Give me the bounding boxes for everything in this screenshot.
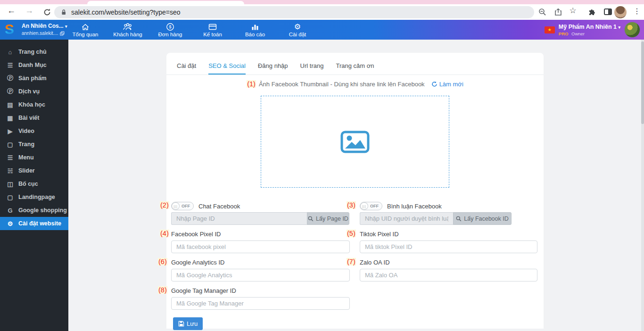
sidebar-item-label: Bài viết bbox=[18, 115, 39, 121]
page-id-input[interactable] bbox=[171, 212, 307, 225]
back-button[interactable]: ← bbox=[6, 6, 17, 16]
sidebar-item-trang[interactable]: ▢ Trang bbox=[0, 138, 68, 151]
sidebar-item-label: Sản phẩm bbox=[18, 75, 47, 82]
nav-don-hang[interactable]: $ Đơn hàng bbox=[156, 23, 185, 37]
sidebar-item-trang-chu[interactable]: ⌂ Trang chủ bbox=[0, 45, 68, 58]
content-area: Cài đặt SEO & Social Đăng nhập Url trang… bbox=[68, 40, 644, 331]
scrollbar-thumb[interactable] bbox=[641, 41, 644, 124]
toggle-state-label: OFF bbox=[182, 204, 190, 208]
search-icon bbox=[308, 216, 314, 222]
google-analytics-input[interactable] bbox=[171, 269, 350, 281]
save-label: Lưu bbox=[187, 320, 198, 327]
binh-luan-facebook-toggle[interactable]: ||| OFF bbox=[360, 202, 382, 210]
google-tag-manager-field: (8) Google Tag Manager ID bbox=[171, 287, 350, 310]
sidebar-item-slider[interactable]: ☵ Slider bbox=[0, 164, 68, 177]
vietnam-flag-icon[interactable]: ★ bbox=[545, 26, 555, 33]
thumbnail-upload-dropzone[interactable] bbox=[261, 96, 449, 188]
browser-menu-icon[interactable]: ⋮ bbox=[633, 7, 641, 16]
page-scrollbar[interactable] bbox=[641, 40, 644, 331]
get-facebook-id-button[interactable]: Lấy Facebook ID bbox=[453, 212, 512, 225]
nav-label: Cài đặt bbox=[289, 32, 306, 37]
copy-icon[interactable] bbox=[60, 31, 65, 36]
facebook-pixel-input[interactable] bbox=[171, 240, 350, 253]
zoom-icon[interactable] bbox=[538, 8, 547, 17]
sidebar-item-label: Cài đặt website bbox=[18, 220, 61, 227]
side-panel-icon[interactable] bbox=[604, 8, 612, 15]
shop-avatar[interactable] bbox=[624, 22, 640, 38]
sidebar-item-bai-viet[interactable]: ▦ Bài viết bbox=[0, 111, 68, 124]
product-icon: Ⓟ bbox=[6, 74, 14, 83]
forward-button[interactable]: → bbox=[24, 6, 35, 16]
settings-tabs: Cài đặt SEO & Social Đăng nhập Url trang… bbox=[177, 62, 374, 75]
nav-bao-cao[interactable]: Báo cáo bbox=[240, 23, 270, 37]
google-analytics-label: Google Analytics ID bbox=[171, 259, 350, 266]
chevron-down-icon: ▾ bbox=[65, 24, 67, 29]
nav-tong-quan[interactable]: Tổng quan bbox=[71, 23, 100, 37]
extensions-puzzle-icon[interactable] bbox=[587, 8, 597, 17]
sidebar-item-label: Trang bbox=[18, 141, 34, 148]
card-icon bbox=[208, 23, 217, 31]
sidebar-item-cai-dat-website[interactable]: ⚙ Cài đặt website bbox=[0, 217, 68, 230]
nav-cai-dat[interactable]: ⚙ Cài đặt bbox=[283, 23, 312, 37]
sidebar-item-video[interactable]: ▶ Video bbox=[0, 124, 68, 138]
list-icon: ☰ bbox=[6, 62, 14, 69]
url-bar[interactable]: salekit.com/website/setting?type=seo bbox=[54, 6, 534, 18]
refresh-link[interactable]: Làm mới bbox=[431, 81, 463, 88]
sidebar-item-label: Video bbox=[18, 128, 34, 134]
chat-facebook-toggle[interactable]: ||| OFF bbox=[171, 202, 194, 210]
tab-seo-social[interactable]: SEO & Social bbox=[208, 62, 246, 75]
tabs-divider bbox=[166, 74, 544, 75]
binh-luan-facebook-toggle-group: (3) ||| OFF Bình luận Facebook bbox=[360, 202, 442, 210]
browser-profile-avatar[interactable] bbox=[614, 6, 627, 18]
dollar-circle-icon: $ bbox=[166, 23, 174, 31]
sidebar-item-label: Danh Mục bbox=[18, 62, 47, 68]
bookmark-star-icon[interactable]: ☆ bbox=[567, 6, 578, 16]
zalo-oa-input[interactable] bbox=[360, 269, 537, 281]
tab-cai-dat[interactable]: Cài đặt bbox=[177, 62, 196, 75]
tiktok-pixel-label: Tiktok Pixel ID bbox=[360, 231, 537, 238]
image-placeholder-icon bbox=[340, 131, 370, 153]
tiktok-pixel-input[interactable] bbox=[360, 240, 537, 253]
facebook-uid-input[interactable] bbox=[360, 212, 453, 225]
sidebar: ⌂ Trang chủ ☰ Danh Mục Ⓟ Sản phẩm Ⓟ Dịch… bbox=[0, 40, 68, 331]
sidebar-item-menu[interactable]: ☰ Menu bbox=[0, 151, 68, 164]
sidebar-item-dich-vu[interactable]: Ⓟ Dịch vụ bbox=[0, 85, 68, 98]
header-right: ★ Mỹ Phẩm An Nhiên 1 ▾ PRO Owner bbox=[545, 20, 640, 40]
sidebar-item-google-shopping[interactable]: G Google shopping bbox=[0, 204, 68, 217]
refresh-label: Làm mới bbox=[439, 81, 463, 88]
save-button[interactable]: Lưu bbox=[173, 317, 203, 330]
page-icon: ▢ bbox=[6, 141, 14, 148]
sidebar-item-danh-muc[interactable]: ☰ Danh Mục bbox=[0, 58, 68, 72]
facebook-pixel-field: (4) Facebook Pixel ID bbox=[171, 231, 350, 253]
plan-badge: PRO bbox=[559, 31, 569, 36]
tab-dang-nhap[interactable]: Đăng nhập bbox=[258, 62, 288, 75]
sidebar-item-bo-cuc[interactable]: ◫ Bố cục bbox=[0, 177, 68, 190]
service-icon: Ⓟ bbox=[6, 87, 14, 96]
google-analytics-field: (6) Google Analytics ID bbox=[171, 259, 350, 281]
newspaper-icon: ▦ bbox=[6, 115, 14, 122]
nav-khach-hang[interactable]: Khách hàng bbox=[113, 23, 142, 37]
active-browser-tab[interactable] bbox=[87, 1, 244, 4]
google-icon: G bbox=[6, 207, 14, 214]
google-tag-manager-input[interactable] bbox=[171, 297, 350, 310]
sidebar-item-label: Trang chủ bbox=[18, 49, 47, 55]
shop-menu[interactable]: Mỹ Phẩm An Nhiên 1 ▾ PRO Owner bbox=[559, 24, 620, 36]
zalo-oa-label: Zalo OA ID bbox=[360, 259, 537, 266]
tab-url-trang[interactable]: Url trang bbox=[300, 62, 324, 75]
get-page-id-button[interactable]: Lấy Page ID bbox=[307, 212, 349, 225]
video-icon: ▶ bbox=[6, 128, 14, 135]
home-icon: ⌂ bbox=[6, 49, 14, 56]
sidebar-item-san-pham[interactable]: Ⓟ Sản phẩm bbox=[0, 72, 68, 85]
salekit-logo[interactable]: S bbox=[5, 21, 14, 37]
tab-trang-cam-on[interactable]: Trang cảm ơn bbox=[336, 62, 374, 75]
reload-icon[interactable] bbox=[42, 8, 52, 17]
save-floppy-icon bbox=[178, 321, 184, 327]
sidebar-item-label: Slider bbox=[18, 167, 35, 174]
share-icon[interactable] bbox=[553, 8, 563, 17]
account-switcher[interactable]: An Nhiên Cos... ▾ annhien.salekit.... bbox=[22, 23, 67, 36]
sidebar-item-khoa-hoc[interactable]: ▤ Khóa học bbox=[0, 98, 68, 111]
nav-label: Kế toán bbox=[203, 32, 222, 37]
sidebar-item-landingpage[interactable]: ▢ Landingpage bbox=[0, 190, 68, 204]
landingpage-icon: ▢ bbox=[6, 194, 14, 201]
nav-ke-toan[interactable]: Kế toán bbox=[198, 23, 227, 37]
